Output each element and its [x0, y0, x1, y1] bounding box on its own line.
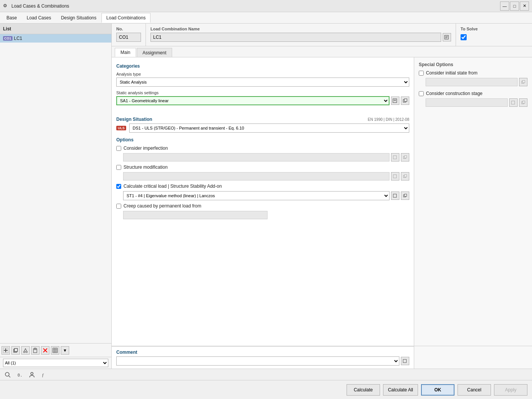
- static-settings-copy-button[interactable]: [401, 97, 409, 105]
- static-settings-view-button[interactable]: [391, 97, 399, 105]
- cut-button[interactable]: [21, 346, 30, 355]
- left-panel: Categories Analysis type Static Analysis…: [112, 57, 414, 346]
- no-input[interactable]: [116, 33, 141, 42]
- consider-imperfection-checkbox[interactable]: [116, 146, 121, 151]
- ok-button[interactable]: OK: [421, 384, 454, 396]
- right-panel: Special Options Consider initial state f…: [414, 57, 532, 346]
- construction-stage-input-row: [426, 98, 527, 107]
- sidebar-filter: All (1): [0, 357, 111, 369]
- svg-rect-32: [404, 175, 407, 177]
- analysis-type-label: Analysis type: [116, 72, 409, 76]
- name-input[interactable]: [150, 33, 441, 42]
- to-solve-checkbox[interactable]: [461, 34, 467, 40]
- delete-button[interactable]: [41, 346, 49, 355]
- design-ref: EN 1990 | DIN | 2012-08: [368, 117, 409, 122]
- calculate-all-button[interactable]: Calculate All: [383, 384, 418, 396]
- person-icon-btn[interactable]: [27, 370, 36, 379]
- svg-rect-41: [403, 359, 407, 363]
- list-item[interactable]: CO1 LC1: [0, 34, 111, 43]
- svg-text:ƒ: ƒ: [42, 372, 44, 378]
- consider-imperfection-label: Consider imperfection: [124, 146, 168, 151]
- comment-select[interactable]: [116, 356, 399, 366]
- title-bar: ⚙ Load Cases & Combinations ― □ ✕: [0, 0, 532, 12]
- svg-point-5: [24, 351, 25, 353]
- imperfection-view-btn[interactable]: [391, 153, 399, 162]
- action-bar: Calculate Calculate All OK Cancel Apply: [0, 380, 532, 399]
- comment-area: Comment: [112, 346, 532, 369]
- initial-state-label: Consider initial state from: [426, 70, 477, 76]
- sidebar-header: List: [0, 24, 111, 34]
- tab-design-situations[interactable]: Design Situations: [56, 13, 101, 23]
- grid-button[interactable]: [51, 346, 59, 355]
- cancel-button[interactable]: Cancel: [458, 384, 491, 396]
- structure-mod-view-btn[interactable]: [391, 172, 399, 180]
- construction-stage-row: Consider construction stage: [419, 91, 527, 96]
- calculate-critical-label: Calculate critical load | Structure Stab…: [124, 184, 222, 189]
- copy-item-button[interactable]: [11, 346, 20, 355]
- comment-right: [414, 346, 532, 369]
- critical-load-select[interactable]: ST1 - #4 | Eigenvalue method (linear) | …: [123, 191, 390, 200]
- more-button[interactable]: ▼: [61, 346, 69, 355]
- tab-assignment[interactable]: Assignment: [137, 48, 172, 57]
- sidebar: List CO1 LC1: [0, 24, 112, 369]
- imperfection-copy-btn[interactable]: [401, 153, 409, 162]
- no-label: No.: [116, 27, 141, 31]
- construction-stage-copy-btn[interactable]: [519, 98, 527, 107]
- options-section: Options Consider imperfection: [116, 137, 409, 219]
- static-settings-label: Static analysis settings: [116, 90, 409, 95]
- analysis-type-select[interactable]: Static Analysis Dynamic Analysis: [116, 78, 409, 87]
- initial-state-input-row: [426, 78, 527, 86]
- tab-base[interactable]: Base: [2, 13, 22, 23]
- paste-button[interactable]: [31, 346, 40, 355]
- tab-load-combinations[interactable]: Load Combinations: [101, 13, 150, 23]
- initial-state-copy-btn[interactable]: [519, 78, 527, 86]
- construction-stage-label: Consider construction stage: [426, 91, 483, 96]
- add-item-button[interactable]: [2, 346, 10, 355]
- name-row: [150, 33, 451, 42]
- function-icon-btn[interactable]: ƒ: [40, 370, 49, 379]
- static-settings-select[interactable]: SA1 - Geometrically linear SA2 - Second …: [116, 96, 390, 105]
- svg-rect-30: [393, 175, 397, 178]
- number-icon-btn[interactable]: 0.0: [15, 370, 24, 379]
- window-controls: ― □ ✕: [500, 2, 529, 11]
- creep-input-row: [123, 211, 409, 219]
- consider-imperfection-row: Consider imperfection: [116, 146, 409, 151]
- comment-edit-btn[interactable]: [401, 357, 409, 365]
- design-situation-select[interactable]: DS1 - ULS (STR/GEO) - Permanent and tran…: [129, 124, 409, 133]
- svg-rect-27: [393, 156, 397, 159]
- construction-stage-view-btn[interactable]: [509, 98, 518, 107]
- construction-stage-checkbox[interactable]: [419, 91, 424, 96]
- maximize-button[interactable]: □: [510, 2, 519, 11]
- no-section: No.: [112, 24, 146, 46]
- calculate-button[interactable]: Calculate: [347, 384, 380, 396]
- structure-modification-checkbox[interactable]: [116, 165, 121, 170]
- creep-input: [123, 211, 268, 219]
- apply-button[interactable]: Apply: [494, 384, 527, 396]
- categories-title: Categories: [116, 63, 409, 69]
- structure-mod-copy-btn[interactable]: [401, 172, 409, 180]
- close-button[interactable]: ✕: [520, 2, 529, 11]
- filter-select[interactable]: All (1): [3, 359, 108, 367]
- svg-rect-10: [34, 348, 36, 350]
- structure-modification-row: Structure modification: [116, 165, 409, 170]
- comment-label: Comment: [116, 350, 409, 355]
- to-solve-section: To Solve: [456, 24, 532, 46]
- minimize-button[interactable]: ―: [500, 2, 509, 11]
- imperfection-input-row: [123, 153, 409, 162]
- tab-load-cases[interactable]: Load Cases: [22, 13, 56, 23]
- comment-section: Comment: [112, 346, 414, 369]
- top-row: No. Load Combination Name To Solve: [112, 24, 532, 46]
- window-icon: ⚙: [3, 3, 9, 9]
- critical-load-view-btn[interactable]: [391, 192, 399, 200]
- tab-main[interactable]: Main: [115, 48, 136, 57]
- co-badge: CO1: [3, 36, 13, 41]
- sidebar-content: CO1 LC1: [0, 34, 111, 343]
- calculate-critical-checkbox[interactable]: [116, 184, 121, 189]
- critical-load-copy-btn[interactable]: [401, 192, 409, 200]
- name-edit-button[interactable]: [443, 33, 451, 41]
- static-settings-row: SA1 - Geometrically linear SA2 - Second …: [116, 96, 409, 105]
- initial-state-checkbox[interactable]: [419, 71, 424, 76]
- search-icon-btn[interactable]: [3, 370, 12, 379]
- creep-checkbox[interactable]: [116, 204, 121, 209]
- svg-rect-35: [404, 194, 407, 196]
